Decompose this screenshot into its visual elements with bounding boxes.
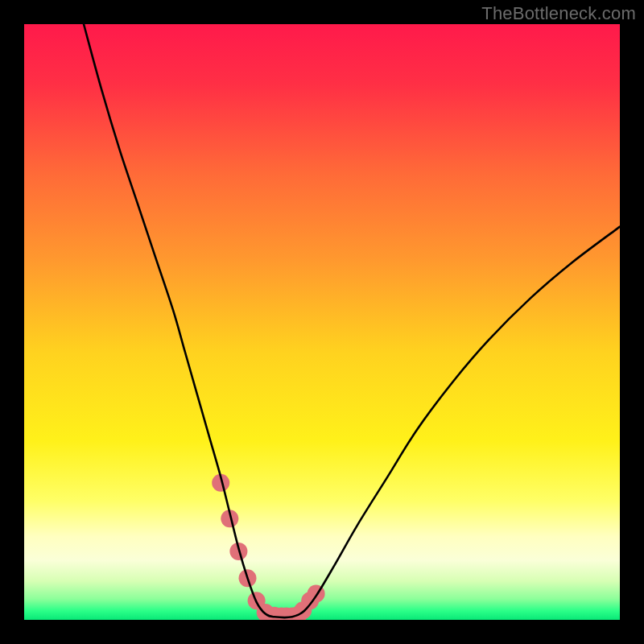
watermark-text: TheBottleneck.com xyxy=(481,3,636,24)
chart-frame: TheBottleneck.com xyxy=(0,0,644,644)
highlight-markers xyxy=(212,474,324,620)
curve-layer xyxy=(24,24,620,620)
bottleneck-curve xyxy=(84,24,620,617)
plot-area xyxy=(24,24,620,620)
